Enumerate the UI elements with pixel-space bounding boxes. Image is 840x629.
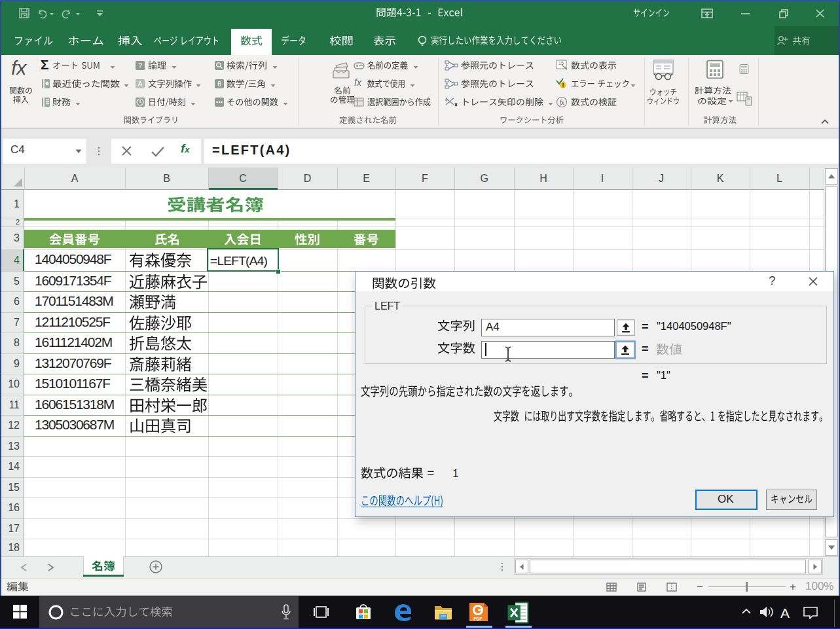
- svg-text:A: A: [137, 80, 143, 88]
- svg-text:?: ?: [138, 62, 142, 69]
- svg-text:PDF: PDF: [474, 617, 483, 621]
- svg-text:fx: fx: [559, 99, 564, 106]
- svg-text:θ: θ: [217, 80, 221, 88]
- svg-text:15: 15: [558, 61, 564, 65]
